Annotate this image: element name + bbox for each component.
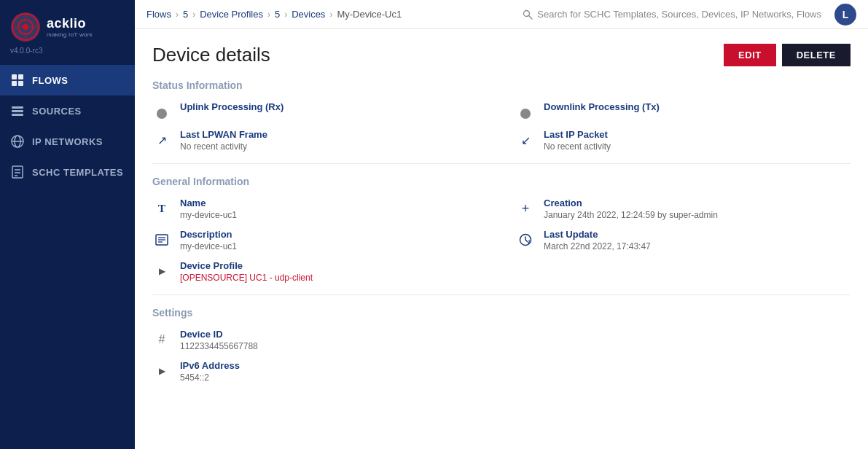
svg-rect-10 (12, 106, 23, 109)
schc-templates-icon (10, 165, 25, 179)
device-id-value: 1122334455667788 (180, 341, 258, 351)
action-buttons: EDIT DELETE (724, 44, 851, 66)
status-section-title: Status Information (152, 79, 851, 91)
logo-area: acklio making IoT work (0, 0, 135, 45)
ipv6-label: IPv6 Address (180, 360, 240, 371)
last-lpwan-value: No recent activity (180, 141, 267, 152)
sources-label: SOURCES (32, 106, 82, 117)
uplink-status-row: Uplink Processing (Rx) (152, 101, 487, 122)
settings-content: # Device ID 1122334455667788 ▶ IPv6 Addr… (152, 329, 851, 383)
last-lpwan-row: ↗ Last LPWAN Frame No recent activity (152, 129, 487, 152)
name-row: T Name my-device-uc1 (152, 198, 487, 220)
description-value: my-device-uc1 (180, 241, 237, 251)
creation-content: Creation January 24th 2022, 12:24:59 by … (544, 198, 718, 220)
last-lpwan-label: Last LPWAN Frame (180, 129, 267, 140)
topbar: Flows › 5 › Device Profiles › 5 › Device… (135, 0, 868, 29)
version-label: v4.0.0-rc3 (0, 45, 135, 65)
device-profile-label: Device Profile (180, 260, 313, 271)
sidebar-item-ip-networks[interactable]: IP NETWORKS (0, 126, 135, 157)
arrow-ne-icon: ↗ (152, 130, 171, 149)
svg-line-21 (529, 15, 533, 19)
uplink-section: Uplink Processing (Rx) ↗ Last LPWAN Fram… (152, 101, 487, 152)
creation-row: + Creation January 24th 2022, 12:24:59 b… (516, 198, 851, 220)
search-icon (523, 9, 533, 20)
name-value: my-device-uc1 (180, 210, 237, 220)
svg-rect-7 (18, 74, 23, 79)
logo-name: acklio (47, 16, 93, 31)
general-section-title: General Information (152, 176, 851, 187)
page-title: Device details (152, 44, 270, 66)
sidebar-item-schc-templates[interactable]: SCHC TEMPLATES (0, 157, 135, 187)
svg-rect-12 (12, 114, 23, 116)
breadcrumb-5-first[interactable]: 5 (183, 9, 188, 20)
general-left: T Name my-device-uc1 (152, 198, 487, 283)
ipv6-content: IPv6 Address 5454::2 (180, 360, 240, 383)
breadcrumb-flows[interactable]: Flows (146, 9, 171, 20)
device-id-label: Device ID (180, 329, 258, 340)
sources-icon (10, 104, 25, 118)
last-ip-value: No recent activity (544, 141, 611, 152)
device-id-row: # Device ID 1122334455667788 (152, 329, 851, 351)
content-area: Device details EDIT DELETE Status Inform… (135, 29, 868, 449)
flows-icon (10, 73, 25, 87)
downlink-section: Downlink Processing (Tx) ↙ Last IP Packe… (516, 101, 851, 152)
description-label: Description (180, 229, 237, 240)
edit-button[interactable]: EDIT (724, 44, 776, 66)
uplink-label: Uplink Processing (Rx) (180, 101, 284, 112)
last-update-content: Last Update March 22nd 2022, 17:43:47 (544, 229, 651, 251)
logo-tagline: making IoT work (47, 31, 93, 38)
downlink-label-content: Downlink Processing (Tx) (544, 101, 660, 114)
downlink-label: Downlink Processing (Tx) (544, 101, 660, 112)
device-profile-content: Device Profile [OPENSOURCE] UC1 - udp-cl… (180, 260, 313, 283)
device-id-icon: # (152, 330, 171, 349)
breadcrumb-sep-4: › (284, 9, 287, 20)
breadcrumb-device-name: My-Device-Uc1 (337, 9, 402, 20)
svg-rect-11 (12, 110, 23, 112)
general-right: + Creation January 24th 2022, 12:24:59 b… (516, 198, 851, 283)
last-ip-label: Last IP Packet (544, 129, 611, 140)
creation-value: January 24th 2022, 12:24:59 by super-adm… (544, 210, 718, 220)
flows-label: FLOWS (32, 75, 68, 86)
search-area[interactable]: Search for SCHC Templates, Sources, Devi… (523, 9, 821, 20)
device-profile-icon: ▶ (152, 262, 171, 281)
ipv6-value: 5454::2 (180, 372, 240, 383)
creation-icon: + (516, 199, 535, 218)
ip-networks-label: IP NETWORKS (32, 136, 103, 147)
divider-2 (152, 294, 851, 295)
device-id-content: Device ID 1122334455667788 (180, 329, 258, 351)
name-content: Name my-device-uc1 (180, 198, 237, 220)
device-profile-value[interactable]: [OPENSOURCE] UC1 - udp-client (180, 273, 313, 283)
acklio-logo-icon (10, 12, 41, 42)
last-lpwan-content: Last LPWAN Frame No recent activity (180, 129, 267, 152)
sidebar: acklio making IoT work v4.0.0-rc3 FLOWS … (0, 0, 135, 449)
device-profile-row: ▶ Device Profile [OPENSOURCE] UC1 - udp-… (152, 260, 487, 283)
arrow-sw-icon: ↙ (516, 130, 535, 149)
settings-section-title: Settings (152, 307, 851, 319)
svg-rect-9 (18, 81, 23, 86)
downlink-status-row: Downlink Processing (Tx) (516, 101, 851, 122)
uplink-status-icon (152, 103, 171, 122)
delete-button[interactable]: DELETE (782, 44, 851, 66)
breadcrumb-sep-3: › (267, 9, 270, 20)
downlink-status-icon (516, 103, 535, 122)
breadcrumb-sep-2: › (192, 9, 195, 20)
sidebar-item-sources[interactable]: SOURCES (0, 95, 135, 126)
last-update-row: Last Update March 22nd 2022, 17:43:47 (516, 229, 851, 251)
breadcrumb-sep-1: › (176, 9, 179, 20)
breadcrumb-sep-5: › (329, 9, 332, 20)
name-icon: T (152, 199, 171, 218)
user-avatar[interactable]: L (834, 4, 856, 26)
last-ip-row: ↙ Last IP Packet No recent activity (516, 129, 851, 152)
breadcrumb-devices[interactable]: Devices (292, 9, 325, 20)
status-grid: Uplink Processing (Rx) ↗ Last LPWAN Fram… (152, 101, 851, 152)
downlink-dot (520, 109, 531, 119)
sidebar-item-flows[interactable]: FLOWS (0, 65, 135, 95)
breadcrumb-5-second[interactable]: 5 (275, 9, 280, 20)
ipv6-row: ▶ IPv6 Address 5454::2 (152, 360, 851, 383)
breadcrumb-device-profiles[interactable]: Device Profiles (200, 9, 263, 20)
description-row: Description my-device-uc1 (152, 229, 487, 251)
last-update-icon (516, 230, 535, 249)
creation-label: Creation (544, 198, 718, 208)
ipv6-icon: ▶ (152, 362, 171, 380)
logo-text: acklio making IoT work (47, 16, 93, 38)
